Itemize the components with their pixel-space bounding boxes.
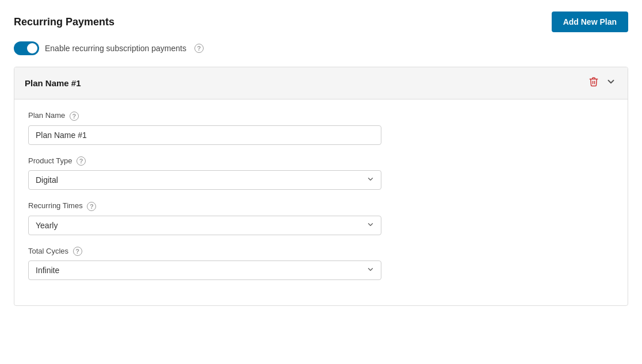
- plan-name-help-icon[interactable]: ?: [70, 112, 79, 121]
- trash-icon: [588, 76, 599, 90]
- total-cycles-select-wrapper: Infinite 1 2 3 6 12: [28, 260, 381, 280]
- chevron-down-icon: [606, 76, 616, 90]
- toggle-help-icon[interactable]: ?: [194, 44, 204, 53]
- page-title: Recurring Payments: [14, 16, 114, 28]
- recurring-times-label: Recurring Times ?: [28, 201, 614, 211]
- total-cycles-group: Total Cycles ? Infinite 1 2 3 6 12: [28, 247, 614, 281]
- plan-card: Plan Name #1: [14, 67, 628, 306]
- plan-name-input[interactable]: [28, 125, 381, 145]
- recurring-payments-toggle[interactable]: [14, 41, 39, 55]
- product-type-group: Product Type ? Digital Physical Service: [28, 156, 614, 190]
- collapse-plan-button[interactable]: [605, 75, 617, 91]
- recurring-times-select-wrapper: Yearly Monthly Weekly Daily: [28, 216, 381, 235]
- recurring-times-help-icon[interactable]: ?: [87, 202, 96, 211]
- plan-card-actions: [587, 75, 617, 91]
- recurring-times-select[interactable]: Yearly Monthly Weekly Daily: [28, 216, 381, 235]
- total-cycles-label: Total Cycles ?: [28, 247, 614, 256]
- plan-name-label: Plan Name ?: [28, 111, 614, 121]
- product-type-select-wrapper: Digital Physical Service: [28, 170, 381, 190]
- plan-card-title: Plan Name #1: [25, 78, 81, 88]
- add-new-plan-button[interactable]: Add New Plan: [552, 12, 628, 32]
- plan-name-group: Plan Name ?: [28, 111, 614, 145]
- toggle-row: Enable recurring subscription payments ?: [14, 41, 628, 55]
- plan-card-header: Plan Name #1: [14, 67, 628, 99]
- product-type-help-icon[interactable]: ?: [77, 156, 86, 166]
- product-type-label: Product Type ?: [28, 156, 614, 166]
- delete-plan-button[interactable]: [587, 75, 600, 91]
- product-type-select[interactable]: Digital Physical Service: [28, 170, 381, 190]
- recurring-times-group: Recurring Times ? Yearly Monthly Weekly …: [28, 201, 614, 235]
- plan-card-body: Plan Name ? Product Type ? Digital Physi…: [14, 99, 628, 305]
- toggle-label: Enable recurring subscription payments: [45, 44, 186, 53]
- total-cycles-select[interactable]: Infinite 1 2 3 6 12: [28, 260, 381, 280]
- page-header: Recurring Payments Add New Plan: [14, 12, 628, 32]
- total-cycles-help-icon[interactable]: ?: [73, 247, 82, 256]
